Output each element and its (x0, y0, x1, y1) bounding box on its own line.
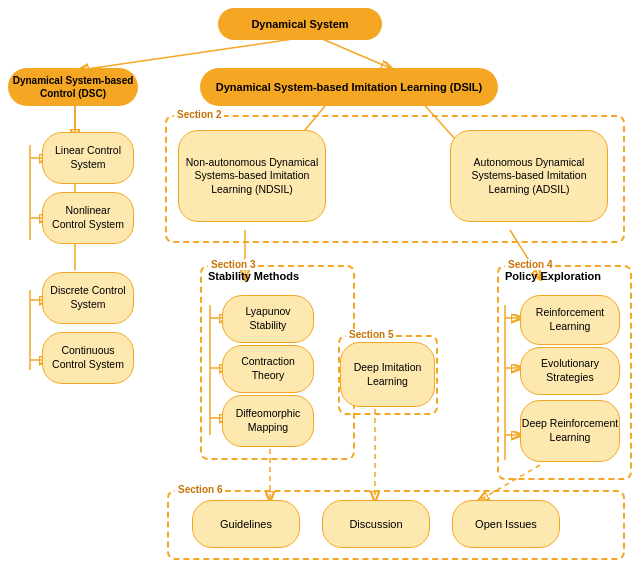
discrete-control-node: Discrete Control System (42, 272, 134, 324)
continuous-control-node: Continuous Control System (42, 332, 134, 384)
lyapunov-node: Lyapunov Stability (222, 295, 314, 343)
svg-line-0 (80, 38, 300, 70)
dynamical-system-node: Dynamical System (218, 8, 382, 40)
nonlinear-control-node: Nonlinear Control System (42, 192, 134, 244)
deep-rl-node: Deep Reinforcement Learning (520, 400, 620, 462)
section6-label: Section 6 (175, 484, 225, 495)
dsc-node: Dynamical System-based Control (DSC) (8, 68, 138, 106)
adsil-node: Autonomous Dynamical Systems-based Imita… (450, 130, 608, 222)
ndsil-node: Non-autonomous Dynamical Systems-based I… (178, 130, 326, 222)
section3-label: Section 3 (208, 259, 258, 270)
evolutionary-node: Evolutionary Strategies (520, 347, 620, 395)
section2-label: Section 2 (174, 109, 224, 120)
discussion-node: Discussion (322, 500, 430, 548)
stability-methods-label: Stability Methods (208, 270, 299, 282)
section5-label: Section 5 (346, 329, 396, 340)
open-issues-node: Open Issues (452, 500, 560, 548)
dsil-node: Dynamical System-based Imitation Learnin… (200, 68, 498, 106)
section4-label: Section 4 (505, 259, 555, 270)
deep-imitation-node: Deep Imitation Learning (340, 342, 435, 407)
linear-control-node: Linear Control System (42, 132, 134, 184)
svg-line-1 (320, 38, 390, 68)
guidelines-node: Guidelines (192, 500, 300, 548)
diagram: Section 2 Section 3 Section 4 Section 5 … (0, 0, 640, 571)
contraction-node: Contraction Theory (222, 345, 314, 393)
reinforcement-node: Reinforcement Learning (520, 295, 620, 345)
diffeomorphic-node: Diffeomorphic Mapping (222, 395, 314, 447)
policy-exploration-label: Policy Exploration (505, 270, 601, 282)
